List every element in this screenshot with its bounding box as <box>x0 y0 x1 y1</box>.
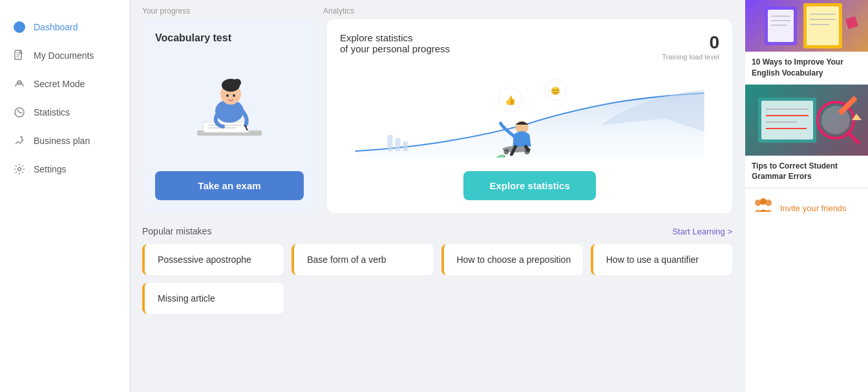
svg-text:👍: 👍 <box>505 95 516 106</box>
article-card-2[interactable]: Tips to Correct Student Grammar Errors <box>745 85 868 188</box>
sidebar-item-my-documents[interactable]: My Documents <box>0 41 129 70</box>
invite-friends-label: Invite your friends <box>780 203 847 213</box>
svg-rect-18 <box>396 138 401 151</box>
svg-rect-17 <box>388 135 393 151</box>
vocab-illustration <box>155 50 304 161</box>
svg-rect-7 <box>204 122 249 132</box>
article-card-1[interactable]: 10 Ways to Improve Your English Vocabula… <box>745 0 868 84</box>
secret-icon <box>13 77 26 90</box>
article-2-title: Tips to Correct Student Grammar Errors <box>745 156 868 188</box>
popular-mistakes-header: Popular mistakes Start Learning > <box>142 226 732 236</box>
analytics-title: Explore statistics of your personal prog… <box>340 32 450 54</box>
mistake-label-possessive: Possessive apostrophe <box>158 254 251 265</box>
main-content: Your progress Analytics Vocabulary test <box>129 0 745 392</box>
svg-point-13 <box>233 79 241 87</box>
popular-mistakes-section: Popular mistakes Start Learning > Posses… <box>142 226 732 314</box>
start-learning-link[interactable]: Start Learning > <box>672 227 732 236</box>
svg-point-55 <box>760 198 767 205</box>
mistake-card-quantifier[interactable]: How to use a quantifier <box>591 244 732 275</box>
article-1-title: 10 Ways to Improve Your English Vocabula… <box>745 52 868 84</box>
mistakes-grid: Possessive apostrophe Base form of a ver… <box>142 244 732 275</box>
svg-rect-19 <box>403 141 408 151</box>
vocab-card-title: Vocabulary test <box>155 32 231 44</box>
article-1-image <box>745 0 868 52</box>
invite-card[interactable]: Invite your friends <box>745 188 868 227</box>
dashboard-icon <box>13 21 26 34</box>
svg-point-5 <box>18 168 21 171</box>
document-icon <box>13 49 26 62</box>
training-load: 0 Training load level <box>662 32 719 61</box>
sidebar-item-settings-label: Settings <box>34 164 67 174</box>
vocab-card: Vocabulary test <box>142 19 317 213</box>
svg-text:😊: 😊 <box>551 86 560 96</box>
section-labels: Your progress Analytics <box>142 0 732 19</box>
article-2-illustration <box>745 85 868 156</box>
analytics-card: Explore statistics of your personal prog… <box>327 19 732 213</box>
invite-people-svg <box>752 196 775 220</box>
svg-rect-32 <box>768 10 794 42</box>
analytics-label: Analytics <box>323 6 732 15</box>
analytics-chart-svg: 👍 😊 <box>340 67 719 158</box>
analytics-header: Explore statistics of your personal prog… <box>340 32 719 61</box>
sidebar-item-business-plan[interactable]: Business plan <box>0 127 129 155</box>
article-1-illustration <box>745 0 868 52</box>
person-writing-svg <box>178 54 281 158</box>
article-2-image <box>745 85 868 156</box>
explore-statistics-button[interactable]: Explore statistics <box>463 171 595 200</box>
sidebar-item-dashboard-label: Dashboard <box>34 22 78 32</box>
sidebar: Dashboard My Documents Secret Mode Stati… <box>0 0 129 392</box>
settings-icon <box>13 163 26 176</box>
training-load-number: 0 <box>662 32 719 53</box>
mistake-label-missing-article: Missing article <box>158 293 215 304</box>
right-panel: 10 Ways to Improve Your English Vocabula… <box>745 0 868 392</box>
sidebar-item-my-documents-label: My Documents <box>34 50 94 61</box>
mistake-label-base-form: Base form of a verb <box>307 254 386 265</box>
sidebar-item-statistics-label: Statistics <box>34 107 70 118</box>
analytics-chart: 👍 😊 <box>340 67 719 165</box>
sidebar-item-business-plan-label: Business plan <box>34 136 90 146</box>
svg-point-16 <box>233 94 235 97</box>
analytics-title-line2: of your personal progress <box>340 43 450 54</box>
statistics-icon <box>13 106 26 119</box>
popular-mistakes-title: Popular mistakes <box>142 226 211 236</box>
mistakes-row2: Missing article <box>142 283 732 314</box>
svg-point-1 <box>17 25 21 29</box>
invite-icon <box>752 196 775 220</box>
svg-rect-43 <box>761 101 813 139</box>
take-exam-button[interactable]: Take an exam <box>155 171 304 200</box>
mistake-label-preposition: How to choose a preposition <box>457 254 571 265</box>
business-icon <box>13 134 26 147</box>
mistake-card-missing-article[interactable]: Missing article <box>142 283 284 314</box>
sidebar-item-statistics[interactable]: Statistics <box>0 98 129 127</box>
svg-point-15 <box>226 94 229 97</box>
mistake-label-quantifier: How to use a quantifier <box>606 254 699 265</box>
analytics-title-line1: Explore statistics <box>340 32 450 43</box>
mistake-card-preposition[interactable]: How to choose a preposition <box>441 244 583 275</box>
sidebar-item-secret-mode[interactable]: Secret Mode <box>0 70 129 98</box>
your-progress-label: Your progress <box>142 6 323 15</box>
sidebar-item-dashboard[interactable]: Dashboard <box>0 13 129 41</box>
svg-point-21 <box>504 149 509 154</box>
mistake-card-possessive[interactable]: Possessive apostrophe <box>142 244 284 275</box>
svg-rect-37 <box>807 6 839 45</box>
sidebar-item-secret-mode-label: Secret Mode <box>34 79 85 89</box>
cards-row: Vocabulary test <box>142 19 732 213</box>
training-load-label-text: Training load level <box>662 53 719 61</box>
mistake-card-base-form[interactable]: Base form of a verb <box>291 244 433 275</box>
sidebar-item-settings[interactable]: Settings <box>0 155 129 183</box>
